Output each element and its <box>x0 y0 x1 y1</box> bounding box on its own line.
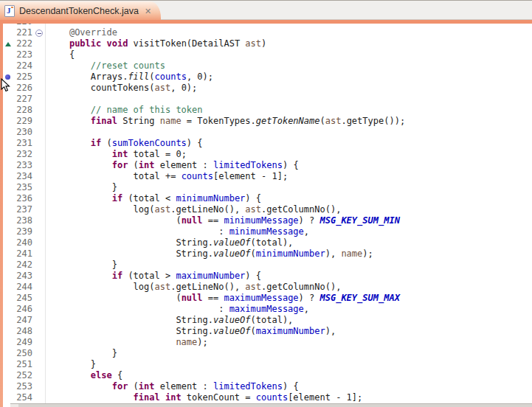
annotation-ruler-cell[interactable] <box>3 94 13 105</box>
scrollbar-left-button[interactable] <box>10 404 18 407</box>
code-line[interactable]: 225 Arrays.fill(counts, 0); <box>3 72 532 83</box>
code-line[interactable]: 226 countTokens(ast, 0); <box>3 83 532 94</box>
fold-collapse-icon[interactable] <box>35 29 43 37</box>
code-line[interactable]: 236 if (total < minimumNumber) { <box>3 193 532 204</box>
code-line[interactable]: 221 @Override <box>3 27 532 38</box>
fold-gutter-cell[interactable] <box>34 193 46 204</box>
fold-gutter-cell[interactable] <box>34 83 46 94</box>
annotation-ruler-cell[interactable] <box>3 127 13 138</box>
annotation-ruler-cell[interactable] <box>3 315 13 326</box>
code-line[interactable]: 245 (null == maximumMessage) ? MSG_KEY_S… <box>3 293 532 304</box>
annotation-ruler-cell[interactable] <box>3 215 13 226</box>
tab-descendanttokencheck[interactable]: J DescendantTokenCheck.java ✕ <box>0 1 161 21</box>
code-line[interactable]: 227 <box>3 94 532 105</box>
fold-gutter-cell[interactable] <box>34 116 46 127</box>
horizontal-scrollbar[interactable] <box>10 403 532 407</box>
annotation-ruler-cell[interactable] <box>3 248 13 260</box>
code-line[interactable]: 239 : minimumMessage, <box>3 226 532 237</box>
fold-gutter-cell[interactable] <box>34 315 46 326</box>
annotation-ruler-cell[interactable] <box>3 138 13 149</box>
fold-gutter-cell[interactable] <box>34 72 46 83</box>
fold-gutter-cell[interactable] <box>34 38 46 49</box>
annotation-ruler-cell[interactable] <box>3 326 13 337</box>
code-line[interactable]: 248 String.valueOf(maximumNumber), <box>3 326 532 337</box>
fold-gutter-cell[interactable] <box>34 94 46 105</box>
fold-gutter-cell[interactable] <box>34 381 46 392</box>
annotation-ruler-cell[interactable] <box>3 27 13 38</box>
code-line[interactable]: 237 log(ast.getLineNo(), ast.getColumnNo… <box>3 204 532 215</box>
fold-gutter-cell[interactable] <box>34 127 46 138</box>
code-line[interactable]: 249 name); <box>3 337 532 348</box>
code-line[interactable]: 229 final String name = TokenTypes.getTo… <box>3 116 532 127</box>
code-line[interactable]: 230 <box>3 127 532 138</box>
annotation-ruler-cell[interactable] <box>3 105 13 116</box>
fold-gutter-cell[interactable] <box>34 138 46 149</box>
annotation-ruler-cell[interactable] <box>3 182 13 193</box>
annotation-ruler-cell[interactable] <box>3 226 13 237</box>
code-line[interactable]: 231 if (sumTokenCounts) { <box>3 138 532 149</box>
code-line[interactable]: 228 // name of this token <box>3 105 532 116</box>
code-line[interactable]: 241 String.valueOf(minimumNumber), name)… <box>3 248 532 260</box>
fold-gutter-cell[interactable] <box>34 105 46 116</box>
annotation-ruler-cell[interactable] <box>3 304 13 315</box>
code-line[interactable]: 234 total += counts[element - 1]; <box>3 171 532 182</box>
close-icon[interactable]: ✕ <box>145 7 151 15</box>
annotation-ruler-cell[interactable] <box>3 49 13 60</box>
annotation-ruler-cell[interactable] <box>3 271 13 282</box>
code-line[interactable]: 252 else { <box>3 370 532 381</box>
annotation-ruler-cell[interactable] <box>3 237 13 248</box>
code-line[interactable]: 244 log(ast.getLineNo(), ast.getColumnNo… <box>3 282 532 293</box>
annotation-ruler-cell[interactable] <box>3 359 13 370</box>
annotation-ruler-cell[interactable] <box>3 116 13 127</box>
annotation-ruler-cell[interactable] <box>3 38 13 49</box>
annotation-ruler-cell[interactable] <box>3 171 13 182</box>
fold-gutter-cell[interactable] <box>34 304 46 315</box>
fold-gutter-cell[interactable] <box>34 392 46 403</box>
code-line[interactable]: 223 { <box>3 49 532 60</box>
fold-gutter-cell[interactable] <box>34 370 46 381</box>
code-line[interactable]: 232 int total = 0; <box>3 149 532 160</box>
code-line[interactable]: 250 } <box>3 348 532 359</box>
annotation-ruler-cell[interactable] <box>3 204 13 215</box>
fold-gutter-cell[interactable] <box>34 359 46 370</box>
annotation-ruler-cell[interactable] <box>3 160 13 171</box>
code-line[interactable]: 242 } <box>3 260 532 271</box>
fold-gutter-cell[interactable] <box>34 326 46 337</box>
fold-gutter-cell[interactable] <box>34 248 46 260</box>
annotation-ruler-cell[interactable] <box>3 381 13 392</box>
fold-gutter-cell[interactable] <box>34 60 46 72</box>
code-line[interactable]: 251 } <box>3 359 532 370</box>
code-line[interactable]: 240 String.valueOf(total), <box>3 237 532 248</box>
code-line[interactable]: 247 String.valueOf(total), <box>3 315 532 326</box>
fold-gutter-cell[interactable] <box>34 215 46 226</box>
annotation-ruler-cell[interactable] <box>3 60 13 72</box>
fold-gutter-cell[interactable] <box>34 27 46 38</box>
annotation-ruler-cell[interactable] <box>3 392 13 403</box>
fold-gutter-cell[interactable] <box>34 271 46 282</box>
annotation-ruler-cell[interactable] <box>3 293 13 304</box>
code-line[interactable]: 222 public void visitToken(DetailAST ast… <box>3 38 532 49</box>
annotation-ruler-cell[interactable] <box>3 337 13 348</box>
annotation-ruler-cell[interactable] <box>3 282 13 293</box>
fold-gutter-cell[interactable] <box>34 226 46 237</box>
fold-gutter-cell[interactable] <box>34 160 46 171</box>
fold-gutter-cell[interactable] <box>34 282 46 293</box>
annotation-ruler-cell[interactable] <box>3 260 13 271</box>
code-line[interactable]: 254 final int tokenCount = counts[elemen… <box>3 392 532 403</box>
fold-gutter-cell[interactable] <box>34 293 46 304</box>
fold-gutter-cell[interactable] <box>34 204 46 215</box>
fold-gutter-cell[interactable] <box>34 337 46 348</box>
annotation-ruler-cell[interactable] <box>3 149 13 160</box>
fold-gutter-cell[interactable] <box>34 149 46 160</box>
fold-gutter-cell[interactable] <box>34 237 46 248</box>
code-line[interactable]: 238 (null == minimumMessage) ? MSG_KEY_S… <box>3 215 532 226</box>
code-line[interactable]: 224 //reset counts <box>3 60 532 72</box>
code-line[interactable]: 233 for (int element : limitedTokens) { <box>3 160 532 171</box>
code-line[interactable]: 235 } <box>3 182 532 193</box>
annotation-ruler-cell[interactable] <box>3 348 13 359</box>
annotation-ruler-cell[interactable] <box>3 370 13 381</box>
fold-gutter-cell[interactable] <box>34 49 46 60</box>
fold-gutter-cell[interactable] <box>34 348 46 359</box>
code-editor-area[interactable]: 220221 @Override222 public void visitTok… <box>3 24 532 407</box>
annotation-ruler-cell[interactable] <box>3 193 13 204</box>
